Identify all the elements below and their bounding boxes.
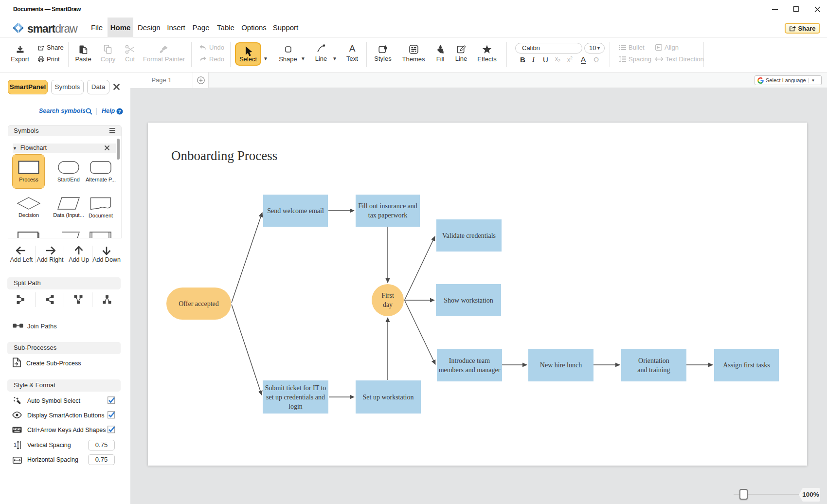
svg-text:1: 1 bbox=[14, 442, 17, 448]
svg-text:?: ? bbox=[118, 108, 121, 114]
svg-text:A: A bbox=[349, 44, 356, 53]
